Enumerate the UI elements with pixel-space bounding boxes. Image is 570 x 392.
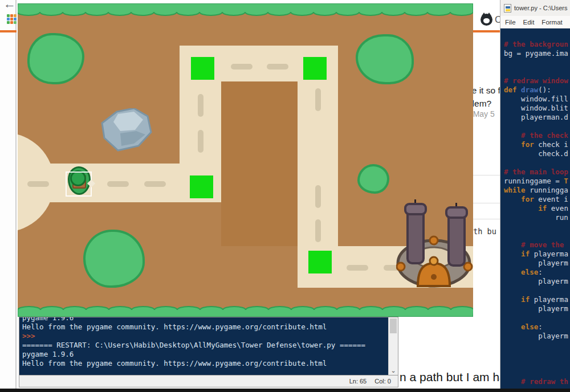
pygame-game-window[interactable]: [18, 0, 473, 317]
shell-scrollbar[interactable]: ⌄: [388, 317, 398, 375]
code-line: [504, 67, 570, 76]
code-line: [504, 231, 570, 240]
code-line: # the check: [504, 131, 570, 140]
path-dash: [315, 185, 321, 208]
checkpoint-square[interactable]: [303, 57, 327, 80]
editor-title-bar[interactable]: tower.py - C:\Users: [500, 0, 570, 16]
editor-code-area[interactable]: # the backgrounbg = pygame.ima # redraw …: [500, 28, 570, 389]
checkpoint-square[interactable]: [191, 57, 214, 80]
github-icon[interactable]: [481, 14, 492, 26]
checkpoint-square[interactable]: [190, 175, 213, 198]
code-line: run: [504, 213, 570, 222]
grid-dot: [10, 18, 13, 21]
code-line: [504, 313, 570, 322]
code-line: playerm: [504, 259, 570, 268]
code-line: pygame 1.9.6: [22, 350, 388, 359]
grid-dot: [14, 18, 17, 21]
tree: [83, 230, 145, 288]
code-line: if playerma: [504, 295, 570, 304]
code-line: for event i: [504, 195, 570, 204]
code-line: [504, 58, 570, 67]
idle-editor-window[interactable]: tower.py - C:\Users File Edit Format Run…: [500, 0, 570, 389]
code-line: window.fill: [504, 95, 570, 104]
code-line: if even: [504, 204, 570, 213]
code-line: [504, 122, 570, 131]
path-dash: [315, 219, 321, 242]
code-line: else:: [504, 268, 570, 277]
code-line: Hello from the pygame community. https:/…: [22, 359, 388, 368]
code-line: while runningga: [504, 186, 570, 195]
bottom-black-strip: [0, 389, 570, 392]
tree: [27, 33, 84, 84]
code-line: window.blit: [504, 104, 570, 113]
path-dash: [347, 265, 368, 271]
code-line: [504, 341, 570, 350]
code-line: # the main loop: [504, 168, 570, 177]
grass-strip-bottom: [18, 304, 473, 317]
scroll-down-icon[interactable]: ⌄: [389, 367, 398, 375]
grid-dot: [10, 21, 13, 24]
code-line: [504, 350, 570, 359]
browser-left-column: [0, 0, 17, 392]
shell-status-bar: Ln: 65 Col: 0: [19, 375, 398, 387]
path-dash: [107, 181, 129, 187]
code-line: # redraw window: [504, 76, 570, 85]
grid-dot: [14, 14, 17, 17]
rock: [101, 108, 152, 153]
code-line: else:: [504, 322, 570, 332]
code-line: bg = pygame.ima: [504, 49, 570, 58]
menu-format[interactable]: Format: [542, 19, 562, 26]
code-line: playerman.d: [504, 113, 570, 122]
path-dash: [198, 94, 203, 117]
grid-dot: [7, 21, 10, 24]
accent-divider: [0, 30, 17, 32]
code-line: if playerma: [504, 250, 570, 259]
checkpoint-square[interactable]: [308, 251, 332, 273]
code-line: for check i: [504, 140, 570, 149]
line-indicator: Ln: 65: [349, 378, 367, 385]
path-dash: [198, 130, 203, 153]
python-file-icon: [504, 4, 511, 13]
code-line: [504, 286, 570, 295]
path-dash: [27, 181, 49, 187]
code-line: [504, 158, 570, 168]
code-line: playerm: [504, 277, 570, 286]
code-line: [504, 31, 570, 40]
menu-file[interactable]: File: [505, 19, 516, 26]
code-line: # redraw th: [504, 377, 570, 386]
code-line: [504, 368, 570, 377]
code-line: # move the: [504, 240, 570, 250]
grass-strip-top: [18, 3, 473, 17]
path-dash: [267, 64, 288, 70]
code-line: >>>: [22, 332, 388, 341]
scrollbar-thumb[interactable]: [390, 318, 397, 333]
grid-dot: [7, 18, 10, 21]
column-indicator: Col: 0: [374, 378, 391, 385]
back-arrow-icon[interactable]: ←: [3, 0, 16, 11]
grid-dot: [7, 14, 10, 17]
tree: [356, 34, 414, 84]
code-line: Hello from the pygame community. https:/…: [22, 322, 388, 332]
tree: [357, 164, 389, 194]
tower[interactable]: [396, 198, 473, 289]
path-dash: [315, 88, 321, 111]
code-line: runninggame = T: [504, 177, 570, 186]
code-line: [504, 359, 570, 368]
apps-grid-icon[interactable]: [7, 14, 17, 24]
grid-dot: [10, 14, 13, 17]
shell-output[interactable]: pygame 1.9.6Hello from the pygame commun…: [22, 317, 388, 375]
code-line: [504, 222, 570, 231]
code-line: ======= RESTART: C:\Users\Habib\Desktop\…: [22, 341, 388, 350]
code-line: check.d: [504, 149, 570, 158]
python-shell-window[interactable]: pygame 1.9.6Hello from the pygame commun…: [19, 317, 398, 387]
code-line: playerm: [504, 304, 570, 313]
code-line: pygame 1.9.6: [22, 317, 388, 322]
grid-dot: [14, 21, 17, 24]
path-dash: [144, 181, 166, 187]
menu-edit[interactable]: Edit: [523, 19, 535, 26]
ground-patch: [221, 81, 298, 246]
code-line: def draw():: [504, 85, 570, 95]
code-line: playerm: [504, 332, 570, 341]
editor-title: tower.py - C:\Users: [514, 5, 568, 11]
desktop-screen: ← C ke it so f blem? d May 5 ath bu n a …: [0, 0, 570, 392]
